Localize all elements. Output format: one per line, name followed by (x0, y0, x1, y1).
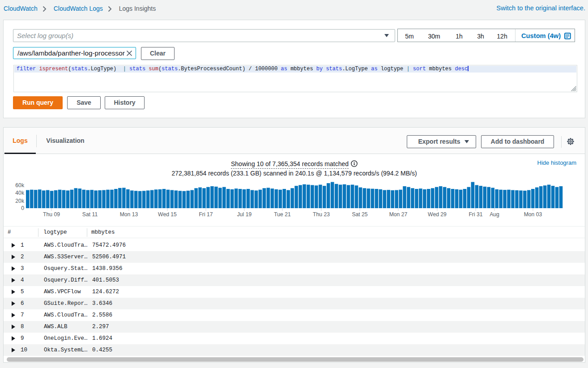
svg-text:0: 0 (21, 205, 24, 211)
svg-text:Thu 09: Thu 09 (43, 211, 60, 218)
svg-text:Fri 31: Fri 31 (469, 211, 482, 218)
svg-text:Thu 23: Thu 23 (313, 211, 330, 218)
svg-text:Aug: Aug (490, 211, 499, 218)
svg-text:Sat 25: Sat 25 (352, 211, 367, 218)
svg-text:Tue 21: Tue 21 (274, 211, 291, 218)
svg-text:Wed 15: Wed 15 (158, 211, 177, 218)
svg-text:Sat 11: Sat 11 (82, 211, 98, 218)
svg-text:40k: 40k (15, 190, 25, 196)
svg-text:Wed 29: Wed 29 (428, 211, 447, 218)
svg-text:Mon 13: Mon 13 (120, 211, 138, 218)
svg-text:Mon 03: Mon 03 (524, 211, 542, 218)
svg-text:Jul 19: Jul 19 (237, 211, 252, 218)
svg-text:60k: 60k (15, 182, 25, 188)
svg-text:20k: 20k (15, 198, 25, 204)
svg-text:Fri 17: Fri 17 (199, 211, 213, 218)
svg-text:Mon 27: Mon 27 (389, 211, 408, 218)
